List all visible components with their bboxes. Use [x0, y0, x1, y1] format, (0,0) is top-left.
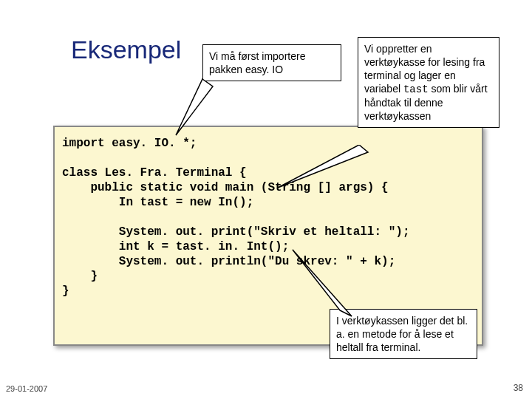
svg-marker-0 [176, 79, 213, 135]
callout-toolbox-tail [273, 145, 369, 189]
callout-import-tail [170, 78, 214, 137]
slide-title: Eksempel [71, 35, 181, 64]
svg-marker-1 [278, 145, 368, 188]
footer-date: 29-01-2007 [6, 384, 47, 393]
callout-toolbox: Vi oppretter en verktøykasse for lesing … [358, 37, 499, 128]
svg-marker-2 [293, 250, 352, 316]
callout-toolbox-code: tast [403, 83, 429, 95]
callout-method-tail [288, 245, 355, 319]
footer-page-number: 38 [514, 383, 523, 393]
callout-import: Vi må først importere pakken easy. IO [202, 44, 341, 81]
